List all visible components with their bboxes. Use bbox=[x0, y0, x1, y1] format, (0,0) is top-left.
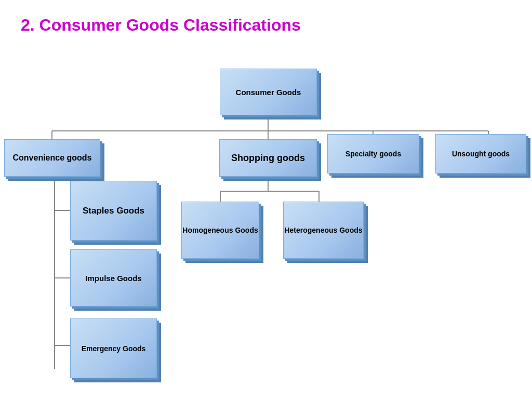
page-title: 2. Consumer Goods Classifications bbox=[21, 16, 301, 35]
homogeneous-goods-box: Homogeneous Goods bbox=[181, 202, 259, 259]
heterogeneous-goods-box: Heterogeneous Goods bbox=[283, 202, 364, 259]
unsought-goods-box: Unsought goods bbox=[435, 134, 526, 174]
consumer-goods-box: Consumer Goods bbox=[220, 69, 317, 115]
convenience-goods-box: Convenience goods bbox=[4, 139, 100, 177]
shopping-goods-box: Shopping goods bbox=[219, 139, 317, 177]
specialty-goods-box: Specialty goods bbox=[327, 134, 419, 174]
staples-goods-box: Staples Goods bbox=[70, 181, 157, 241]
emergency-goods-box: Emergency Goods bbox=[70, 318, 157, 378]
impulse-goods-box: Impulse Goods bbox=[70, 249, 157, 307]
